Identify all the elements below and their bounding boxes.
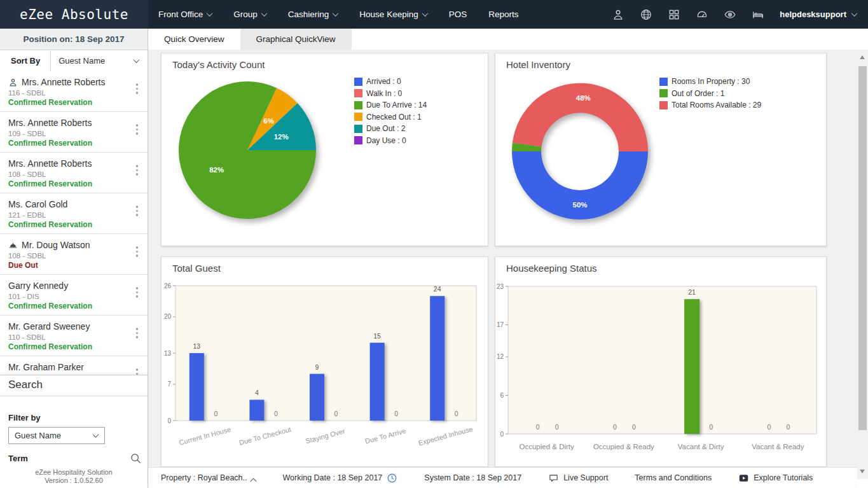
legend-swatch [659, 78, 668, 86]
legend-label: Walk In : 0 [366, 89, 402, 98]
clock-icon [387, 473, 397, 484]
chevron-down-icon[interactable] [134, 57, 140, 63]
live-support-label: Live Support [563, 473, 608, 482]
chevron-down-icon [851, 10, 858, 17]
panel-housekeeping-status: Housekeeping Status 06121723002100000Occ… [495, 256, 827, 467]
guest-status: Confirmed Reservation [8, 98, 128, 107]
scrollbar-thumb[interactable] [858, 66, 867, 430]
guest-room: 108 - SDBL [8, 252, 128, 260]
legend-item: Out of Order : 1 [659, 89, 761, 98]
property-selector[interactable]: Property : Royal Beach.. [161, 473, 256, 482]
svg-text:0: 0 [500, 431, 504, 438]
vertical-scrollbar[interactable] [857, 50, 868, 479]
menu-house-keeping[interactable]: House Keeping [359, 10, 427, 19]
guest-room: 109 - SDBL [8, 130, 128, 137]
view-tabs: Quick Overview Graphical QuickView [148, 29, 868, 50]
guest-name: Garry Kennedy [8, 281, 128, 291]
guest-list-item[interactable]: Ms. Carol Gold121 - EDBLConfirmed Reserv… [0, 193, 148, 234]
total-guest-bar-chart: 071320261349152400000Current In HouseDue… [162, 276, 488, 467]
guest-status: Confirmed Reservation [8, 220, 128, 229]
svg-text:Current In House: Current In House [178, 426, 231, 447]
svg-text:23: 23 [497, 283, 504, 290]
guest-name: Mrs. Annette Roberts [8, 158, 128, 169]
sort-by-label: Sort By [0, 51, 51, 71]
guest-list-item[interactable]: Mrs. Annette Roberts116 - SDBLConfirmed … [0, 71, 148, 112]
guest-list-item[interactable]: Mr. Graham Parker [0, 356, 148, 375]
filter-by-select[interactable]: Guest Name [8, 427, 105, 444]
svg-text:0: 0 [536, 423, 540, 431]
main-menu: Front OfficeGroupCashieringHouse Keeping… [148, 10, 518, 19]
tab-quick-overview[interactable]: Quick Overview [148, 29, 240, 50]
svg-text:Vacant & Ready: Vacant & Ready [752, 443, 804, 450]
chevron-down-icon [93, 431, 99, 438]
tab-graphical-quickview[interactable]: Graphical QuickView [240, 29, 352, 50]
guest-room: 121 - EDBL [8, 211, 128, 219]
menu-pos[interactable]: POS [449, 10, 467, 19]
guest-name: Mr. Doug Watson [8, 240, 128, 250]
guest-room: 101 - DIS [8, 293, 128, 300]
menu-cashiering[interactable]: Cashiering [288, 10, 338, 19]
system-date-label: System Date : 18 Sep 2017 [424, 473, 521, 482]
filter-by-label: Filter by [8, 413, 148, 422]
guest-list-item[interactable]: Mrs. Annette Roberts108 - SDBLConfirmed … [0, 153, 148, 193]
tutorials-label: Explore Tutorials [754, 473, 813, 482]
guest-name: Mr. Graham Parker [8, 362, 128, 372]
terms-link[interactable]: Terms and Conditions [635, 473, 712, 482]
account-menu[interactable]: helpdesksupport [780, 10, 857, 19]
guest-item-menu[interactable] [134, 81, 141, 96]
guest-item-menu[interactable] [134, 326, 141, 340]
svg-text:Due To Arrive: Due To Arrive [364, 427, 407, 445]
guest-item-menu[interactable] [134, 244, 141, 259]
svg-text:50%: 50% [572, 201, 587, 209]
terms-label: Terms and Conditions [635, 473, 712, 482]
app-logo: eZee Absolute [0, 0, 148, 29]
guest-item-menu[interactable] [134, 366, 141, 375]
scroll-down-arrow[interactable] [860, 470, 865, 473]
scroll-up-arrow[interactable] [860, 55, 865, 59]
legend-swatch [354, 101, 362, 109]
guest-list-item[interactable]: Mr. Gerard Sweeney110 - SDBLConfirmed Re… [0, 316, 148, 356]
svg-text:Occupied & Dirty: Occupied & Dirty [519, 443, 574, 450]
apps-grid-icon[interactable] [668, 8, 680, 21]
guest-list-item[interactable]: Garry Kennedy101 - DISConfirmed Reservat… [0, 275, 148, 316]
guest-item-menu[interactable] [134, 163, 141, 178]
svg-text:21: 21 [688, 288, 696, 296]
live-support-link[interactable]: Live Support [548, 473, 608, 484]
legend-swatch [354, 78, 362, 86]
guest-item-menu[interactable] [134, 285, 141, 300]
guest-status: Confirmed Reservation [8, 179, 128, 188]
working-date[interactable]: Working Date : 18 Sep 2017 [282, 473, 397, 484]
system-date: System Date : 18 Sep 2017 [424, 473, 521, 482]
search-icon[interactable] [130, 452, 142, 464]
user-icon[interactable] [612, 8, 624, 21]
guest-list-item[interactable]: Mr. Doug Watson108 - SDBLDue Out [0, 234, 148, 275]
guest-list-item[interactable]: Mrs. Annette Roberts109 - SDBLConfirmed … [0, 112, 148, 153]
eye-icon[interactable] [724, 8, 736, 21]
globe-icon[interactable] [640, 8, 652, 21]
guest-name: Mrs. Annette Roberts [8, 118, 128, 128]
legend-label: Total Rooms Available : 29 [672, 101, 761, 109]
svg-text:Occupied & Ready: Occupied & Ready [593, 443, 654, 450]
chevron-down-icon [207, 10, 213, 17]
svg-text:12: 12 [497, 353, 504, 360]
guest-item-menu[interactable] [134, 204, 141, 218]
menu-group[interactable]: Group [233, 10, 266, 19]
play-icon [738, 473, 749, 484]
svg-text:0: 0 [214, 410, 217, 417]
explore-tutorials-link[interactable]: Explore Tutorials [738, 473, 813, 484]
working-date-label: Working Date : 18 Sep 2017 [282, 473, 382, 482]
menu-reports[interactable]: Reports [488, 10, 518, 19]
legend-item: Rooms In Property : 30 [659, 77, 761, 86]
gauge-icon[interactable] [696, 8, 708, 21]
menu-front-office[interactable]: Front Office [158, 10, 212, 19]
legend-swatch [659, 101, 668, 109]
status-bar: Property : Royal Beach.. Working Date : … [148, 467, 857, 488]
svg-text:Due To Checkout: Due To Checkout [238, 425, 292, 446]
panel-hotel-inventory: Hotel Inventory 48%50% Rooms In Property… [495, 53, 827, 246]
reservation-sidebar: Position on: 18 Sep 2017 Sort By Guest N… [0, 29, 148, 488]
sort-by-select[interactable]: Guest Name [51, 56, 134, 66]
bed-icon[interactable] [752, 8, 764, 21]
guest-item-menu[interactable] [134, 122, 141, 137]
legend-label: Due To Arrive : 14 [366, 101, 427, 109]
product-name: eZee Hospitality Solution [0, 468, 148, 477]
